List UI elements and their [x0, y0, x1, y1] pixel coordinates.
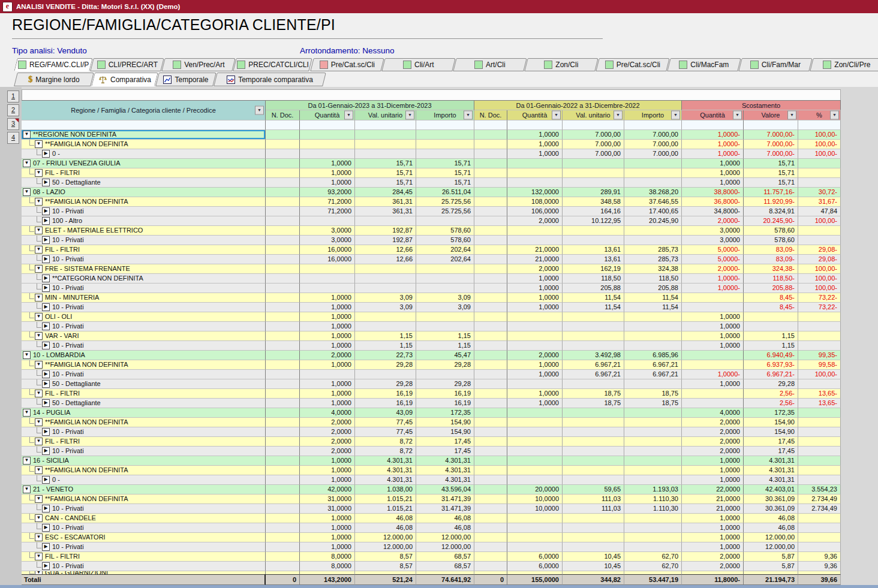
value-cell[interactable]: [266, 197, 300, 207]
value-cell[interactable]: [474, 274, 507, 284]
value-cell[interactable]: [563, 466, 624, 475]
column-filter-button[interactable]: ▼: [671, 111, 680, 120]
expand-icon[interactable]: ▶: [42, 562, 50, 570]
column-header-importo[interactable]: Importo▼: [624, 110, 682, 120]
value-cell[interactable]: 31,0000: [300, 494, 355, 504]
value-cell[interactable]: [474, 504, 507, 514]
value-cell[interactable]: [266, 226, 300, 236]
value-cell[interactable]: 4.301,31: [355, 475, 416, 485]
value-cell[interactable]: 17,45: [416, 447, 474, 456]
value-cell[interactable]: 1.015,21: [355, 504, 416, 514]
value-cell[interactable]: 43.596,04: [416, 485, 474, 494]
value-cell[interactable]: 1,0000-: [682, 130, 744, 140]
value-cell[interactable]: [266, 149, 300, 159]
table-row[interactable]: ▶10 - Privati3,0000192,87578,603,0000578…: [22, 236, 841, 245]
row-label-cell[interactable]: ▼07 - FRIULI VENEZIA GIULIA: [22, 159, 266, 168]
value-cell[interactable]: [474, 216, 507, 226]
filter-row-cell[interactable]: [682, 120, 744, 130]
value-cell[interactable]: 2,0000: [300, 418, 355, 427]
value-cell[interactable]: [563, 447, 624, 456]
value-cell[interactable]: 12,66: [355, 245, 416, 255]
value-cell[interactable]: 1,15: [355, 341, 416, 351]
row-label-cell[interactable]: ▼MIN - MINUTERIA: [22, 293, 266, 303]
value-cell[interactable]: [798, 447, 841, 456]
value-cell[interactable]: 1.015,21: [355, 494, 416, 504]
value-cell[interactable]: 9,36: [798, 562, 841, 571]
value-cell[interactable]: [507, 178, 563, 188]
column-header-quantit-[interactable]: Quantità▼: [300, 110, 355, 120]
value-cell[interactable]: [266, 447, 300, 456]
value-cell[interactable]: 16,0000: [300, 255, 355, 264]
row-label-cell[interactable]: ▼FIL - FILTRI: [22, 389, 266, 399]
row-label-cell[interactable]: ▶10 - Privati: [22, 447, 266, 456]
value-cell[interactable]: [355, 216, 416, 226]
value-cell[interactable]: 2,0000: [300, 447, 355, 456]
value-cell[interactable]: 100,00-: [798, 140, 841, 149]
value-cell[interactable]: 1,15: [416, 331, 474, 341]
expand-icon[interactable]: ▶: [42, 303, 50, 311]
collapse-icon[interactable]: ▼: [23, 486, 31, 493]
value-cell[interactable]: 285,73: [624, 255, 682, 264]
tab-cli-art[interactable]: Cli/Art: [383, 58, 454, 71]
value-cell[interactable]: 6,0000: [507, 552, 563, 562]
value-cell[interactable]: 2,0000: [300, 427, 355, 437]
row-label-cell[interactable]: ▶10 - Privati: [22, 322, 266, 331]
value-cell[interactable]: 71,2000: [300, 197, 355, 207]
value-cell[interactable]: 1,0000: [507, 130, 563, 140]
collapse-icon[interactable]: ▼: [35, 466, 43, 474]
value-cell[interactable]: [474, 178, 507, 188]
column-filter-button[interactable]: ▼: [552, 111, 561, 120]
table-row[interactable]: ▼ELET - MATERIALE ELETTRICO3,0000192,875…: [22, 226, 841, 236]
value-cell[interactable]: 34,8000-: [682, 207, 744, 216]
value-cell[interactable]: 1,0000-: [682, 149, 744, 159]
table-row[interactable]: ▼16 - SICILIA1,00004.301,314.301,311,000…: [22, 456, 841, 466]
value-cell[interactable]: 12.000,00: [355, 542, 416, 552]
value-cell[interactable]: 15,71: [355, 159, 416, 168]
value-cell[interactable]: 7.000,00-: [744, 140, 798, 149]
value-cell[interactable]: 118,50: [624, 274, 682, 284]
collapse-icon[interactable]: ▼: [35, 418, 43, 426]
value-cell[interactable]: [798, 514, 841, 523]
column-filter-button[interactable]: ▼: [344, 111, 353, 120]
value-cell[interactable]: 2,0000: [300, 437, 355, 447]
value-cell[interactable]: 38,8000-: [682, 188, 744, 197]
value-cell[interactable]: [563, 437, 624, 447]
value-cell[interactable]: 68,57: [416, 562, 474, 571]
tab-pre-cat-sc-cli[interactable]: Pre/Cat.sc/Cli: [597, 58, 668, 71]
value-cell[interactable]: [624, 523, 682, 533]
value-cell[interactable]: 1,0000-: [682, 140, 744, 149]
collapse-icon[interactable]: ▼: [23, 457, 31, 465]
value-cell[interactable]: 192,87: [355, 236, 416, 245]
value-cell[interactable]: 4.301,31: [744, 456, 798, 466]
value-cell[interactable]: [563, 379, 624, 389]
value-cell[interactable]: [507, 331, 563, 341]
value-cell[interactable]: 11.920,99-: [744, 197, 798, 207]
value-cell[interactable]: [798, 331, 841, 341]
value-cell[interactable]: [266, 552, 300, 562]
value-cell[interactable]: [355, 370, 416, 379]
value-cell[interactable]: 83,09-: [744, 255, 798, 264]
value-cell[interactable]: 100,00-: [798, 284, 841, 293]
value-cell[interactable]: [266, 168, 300, 178]
expand-icon[interactable]: ▶: [42, 236, 50, 244]
value-cell[interactable]: 6.937,93-: [744, 360, 798, 370]
value-cell[interactable]: 1,0000: [507, 149, 563, 159]
value-cell[interactable]: 361,31: [355, 207, 416, 216]
row-label-cell[interactable]: ▼**FAMIGLIA NON DEFINITA: [22, 360, 266, 370]
value-cell[interactable]: 100,00-: [798, 130, 841, 140]
value-cell[interactable]: [507, 427, 563, 437]
value-cell[interactable]: [266, 562, 300, 571]
value-cell[interactable]: 202,64: [416, 255, 474, 264]
column-filter-button[interactable]: ▼: [733, 111, 742, 120]
value-cell[interactable]: 324,38: [624, 264, 682, 274]
side-button-1[interactable]: 1: [7, 91, 19, 102]
value-cell[interactable]: 11,54: [563, 293, 624, 303]
value-cell[interactable]: [266, 159, 300, 168]
collapse-icon[interactable]: ▼: [35, 332, 43, 340]
expand-icon[interactable]: ▶: [42, 179, 50, 186]
value-cell[interactable]: 154,90: [744, 427, 798, 437]
value-cell[interactable]: [416, 264, 474, 274]
value-cell[interactable]: [355, 130, 416, 140]
value-cell[interactable]: 29,28: [355, 379, 416, 389]
value-cell[interactable]: 83,09-: [744, 245, 798, 255]
